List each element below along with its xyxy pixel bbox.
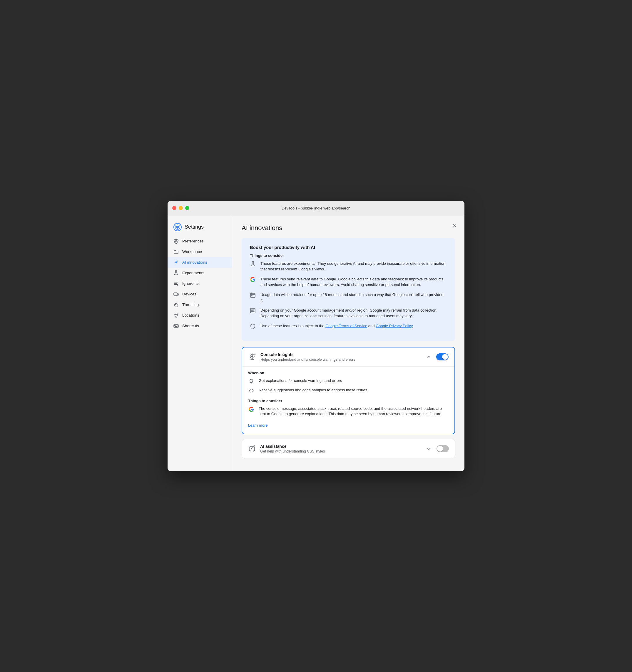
page-title: AI innovations bbox=[242, 224, 455, 232]
console-insights-toggle[interactable] bbox=[436, 353, 449, 360]
info-box-subtitle: Things to consider bbox=[250, 253, 447, 258]
sidebar-item-preferences[interactable]: Preferences bbox=[168, 236, 232, 246]
svg-rect-9 bbox=[177, 294, 178, 295]
minimize-traffic-light[interactable] bbox=[179, 206, 183, 210]
sidebar-item-devices[interactable]: Devices bbox=[168, 289, 232, 299]
info-item-1-text: These features are experimental. They us… bbox=[260, 261, 447, 272]
info-item-3-text: Usage data will be retained for up to 18… bbox=[260, 292, 447, 303]
sidebar-item-ignore-list[interactable]: Ignore list bbox=[168, 278, 232, 289]
sidebar-item-experiments[interactable]: Experiments bbox=[168, 268, 232, 278]
devices-label: Devices bbox=[182, 292, 196, 296]
sidebar-item-throttling[interactable]: Throttling bbox=[168, 299, 232, 310]
sidebar-item-locations[interactable]: Locations bbox=[168, 310, 232, 321]
svg-rect-20 bbox=[251, 295, 252, 296]
settings-logo bbox=[173, 223, 182, 231]
workspace-label: Workspace bbox=[182, 249, 202, 254]
info-box-title: Boost your productivity with AI bbox=[250, 245, 447, 250]
traffic-lights bbox=[172, 206, 189, 210]
ai-assistance-title-group: AI assistance Get help with understandin… bbox=[260, 444, 421, 453]
learn-more-link[interactable]: Learn more bbox=[248, 423, 268, 428]
things-text-1: The console message, associated stack tr… bbox=[259, 406, 449, 416]
svg-rect-13 bbox=[174, 325, 178, 328]
ai-assistance-icon bbox=[248, 445, 256, 453]
close-button[interactable]: ✕ bbox=[450, 222, 459, 230]
bulb-icon bbox=[248, 378, 255, 385]
when-on-text-2: Receive suggestions and code samples to … bbox=[259, 387, 367, 393]
info-item-3: Usage data will be retained for up to 18… bbox=[250, 292, 447, 303]
console-insights-title-group: Console Insights Helps you understand an… bbox=[260, 352, 420, 362]
when-on-title: When on bbox=[248, 371, 449, 375]
experiments-label: Experiments bbox=[182, 271, 204, 275]
fullscreen-traffic-light[interactable] bbox=[185, 206, 189, 210]
ignore-list-label: Ignore list bbox=[182, 281, 200, 286]
ignore-icon bbox=[173, 281, 179, 286]
calendar-icon bbox=[250, 292, 256, 298]
ai-assistance-toggle[interactable] bbox=[436, 445, 449, 452]
privacy-link[interactable]: Google Privacy Policy bbox=[376, 323, 413, 328]
list-icon bbox=[250, 308, 256, 314]
sidebar-item-ai-innovations[interactable]: AI innovations bbox=[168, 257, 232, 268]
experiment-icon bbox=[250, 261, 256, 267]
info-item-5: Use of these features is subject to the … bbox=[250, 323, 447, 330]
svg-rect-17 bbox=[175, 326, 178, 327]
folder-icon bbox=[173, 249, 179, 255]
console-insights-title: Console Insights bbox=[260, 352, 420, 357]
main-content: ✕ AI innovations Boost your productivity… bbox=[232, 216, 464, 471]
sparkle-icon bbox=[173, 260, 179, 265]
titlebar: DevTools - bubble-jingle.web.app/search bbox=[168, 201, 464, 216]
svg-rect-15 bbox=[176, 325, 176, 326]
throttle-icon bbox=[173, 302, 179, 308]
info-item-4: Depending on your Google account managem… bbox=[250, 308, 447, 319]
svg-rect-21 bbox=[253, 295, 253, 296]
things-item-1: The console message, associated stack tr… bbox=[248, 406, 449, 416]
content-area: Settings Preferences bbox=[168, 216, 464, 471]
sidebar: Settings Preferences bbox=[168, 216, 232, 471]
terms-link[interactable]: Google Terms of Service bbox=[325, 323, 367, 328]
svg-rect-14 bbox=[174, 325, 175, 326]
when-on-item-2: Receive suggestions and code samples to … bbox=[248, 387, 449, 394]
svg-rect-25 bbox=[249, 447, 255, 451]
console-insights-expanded: When on Get explanations for console war… bbox=[242, 366, 454, 434]
info-box: Boost your productivity with AI Things t… bbox=[242, 238, 455, 341]
when-on-item-1: Get explanations for console warnings an… bbox=[248, 378, 449, 385]
flask-icon bbox=[173, 270, 179, 276]
info-item-2-text: These features send relevant data to Goo… bbox=[260, 276, 447, 288]
sidebar-header: Settings bbox=[168, 221, 232, 236]
pin-icon bbox=[173, 313, 179, 318]
info-item-1: These features are experimental. They us… bbox=[250, 261, 447, 272]
shield-icon bbox=[250, 323, 256, 330]
svg-rect-8 bbox=[174, 293, 177, 295]
devtools-window: DevTools - bubble-jingle.web.app/search … bbox=[168, 201, 464, 471]
svg-rect-4 bbox=[174, 283, 177, 284]
code-brackets-icon bbox=[248, 387, 255, 394]
console-insights-collapse[interactable] bbox=[425, 353, 433, 361]
console-insights-card: Console Insights Helps you understand an… bbox=[242, 347, 455, 434]
ai-assistance-header: AI assistance Get help with understandin… bbox=[242, 439, 455, 458]
ai-assistance-title: AI assistance bbox=[260, 444, 421, 449]
ai-assistance-card: AI assistance Get help with understandin… bbox=[242, 439, 455, 458]
svg-rect-16 bbox=[177, 325, 178, 326]
svg-rect-5 bbox=[174, 284, 178, 285]
gear-icon bbox=[173, 239, 179, 244]
svg-rect-3 bbox=[174, 282, 178, 283]
shortcuts-label: Shortcuts bbox=[182, 323, 199, 328]
throttling-label: Throttling bbox=[182, 303, 199, 307]
sidebar-item-shortcuts[interactable]: Shortcuts bbox=[168, 321, 232, 331]
close-traffic-light[interactable] bbox=[172, 206, 176, 210]
window-title: DevTools - bubble-jingle.web.app/search bbox=[282, 206, 350, 210]
when-on-text-1: Get explanations for console warnings an… bbox=[259, 378, 342, 383]
svg-point-1 bbox=[176, 226, 179, 229]
info-item-2: These features send relevant data to Goo… bbox=[250, 276, 447, 288]
ai-assistance-toggle-thumb bbox=[437, 446, 443, 452]
svg-point-12 bbox=[176, 314, 177, 315]
info-item-4-text: Depending on your Google account managem… bbox=[260, 308, 447, 319]
keyboard-icon bbox=[173, 323, 179, 329]
console-insights-toggle-thumb bbox=[442, 354, 448, 360]
google-g-icon bbox=[250, 277, 256, 283]
ai-assistance-expand[interactable] bbox=[425, 445, 433, 453]
google-g-icon-2 bbox=[248, 406, 255, 412]
sidebar-item-workspace[interactable]: Workspace bbox=[168, 246, 232, 257]
info-item-5-text: Use of these features is subject to the … bbox=[260, 323, 413, 329]
things-title: Things to consider bbox=[248, 399, 449, 403]
console-insights-subtitle: Helps you understand and fix console war… bbox=[260, 358, 420, 362]
